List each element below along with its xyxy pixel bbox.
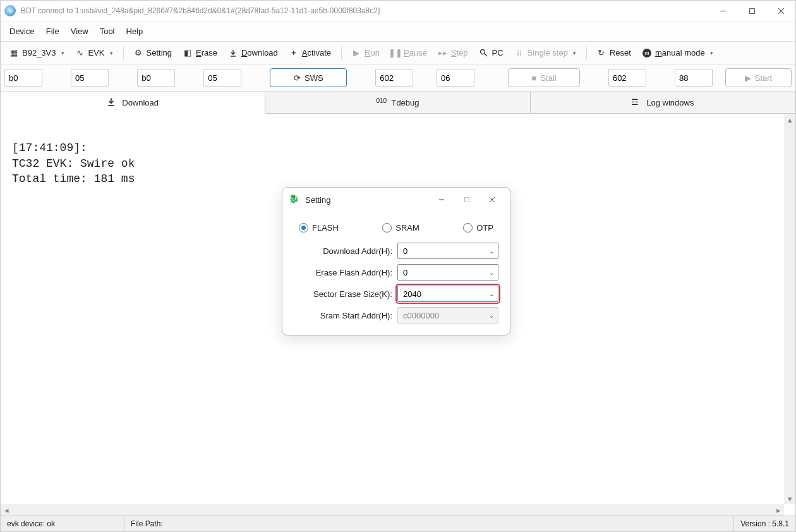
erase-addr-combo[interactable]: ⌄ xyxy=(397,264,498,281)
download-button[interactable]: Download xyxy=(224,45,283,60)
dialog-close-button[interactable] xyxy=(479,191,505,208)
stop-icon: ■ xyxy=(532,73,537,83)
sram-start-combo: ⌄ xyxy=(397,307,498,323)
chip-selector-label: B92_3V3 xyxy=(22,48,56,57)
menu-view[interactable]: View xyxy=(66,24,93,39)
wave-icon: ∿ xyxy=(76,49,85,57)
setting-label: Setting xyxy=(147,48,172,57)
scroll-left-arrow[interactable]: ◂ xyxy=(1,504,12,516)
window-controls xyxy=(708,1,795,21)
board-selector[interactable]: ∿ EVK ▾ xyxy=(71,45,118,60)
svg-point-4 xyxy=(481,50,485,54)
footsteps-icon: ⁞⁞ xyxy=(515,49,524,57)
sync-icon: ⟳ xyxy=(294,73,301,83)
scroll-up-arrow[interactable]: ▴ xyxy=(784,114,795,125)
menu-help[interactable]: Help xyxy=(121,24,148,39)
stall-button[interactable]: ■ Stall xyxy=(508,68,579,87)
tab-tdebug[interactable]: 010 Tdebug xyxy=(265,92,530,113)
refresh-icon: ↻ xyxy=(597,49,606,57)
status-filepath: File Path: xyxy=(124,516,734,531)
toolbar: ▦ B92_3V3 ▾ ∿ EVK ▾ ⚙ Setting ◧ Erase Do… xyxy=(1,42,795,64)
dialog-icon: 🐉 xyxy=(289,194,300,205)
minimize-button[interactable] xyxy=(708,1,737,21)
input-06[interactable] xyxy=(437,69,474,87)
download-addr-input[interactable] xyxy=(402,246,489,257)
maximize-button[interactable] xyxy=(737,1,766,21)
input-602-1[interactable] xyxy=(375,69,413,87)
tab-download[interactable]: Download xyxy=(1,92,265,114)
download-icon xyxy=(229,49,238,57)
setting-dialog: 🐉 Setting FLASH SRAM OTP Download Addr(H… xyxy=(282,187,510,336)
start-button[interactable]: ▶ Start xyxy=(725,68,792,87)
close-button[interactable] xyxy=(766,1,795,21)
memory-type-radios: FLASH SRAM OTP xyxy=(294,219,498,238)
mode-selector[interactable]: m manual mode ▾ xyxy=(637,45,718,60)
chip-selector[interactable]: ▦ B92_3V3 ▾ xyxy=(4,45,69,60)
radio-otp[interactable]: OTP xyxy=(463,223,493,233)
play-icon: ▶ xyxy=(745,73,751,83)
dialog-title: Setting xyxy=(305,195,429,205)
sector-erase-input[interactable] xyxy=(402,289,489,299)
erase-addr-label: Erase Flash Addr(H): xyxy=(294,268,392,277)
single-step-button[interactable]: ⁞⁞ Single step ▾ xyxy=(510,45,581,60)
activate-button[interactable]: + Activate xyxy=(284,45,336,60)
sws-button[interactable]: ⟳ SWS xyxy=(270,68,347,87)
reset-button[interactable]: ↻ Reset xyxy=(592,45,636,60)
horizontal-scrollbar[interactable]: ◂ ▸ xyxy=(1,504,784,516)
download-icon xyxy=(107,97,117,107)
dialog-title-bar: 🐉 Setting xyxy=(282,188,510,212)
input-05-1[interactable] xyxy=(71,69,109,87)
vertical-scrollbar[interactable]: ▴ ▾ xyxy=(784,114,795,504)
radio-sram[interactable]: SRAM xyxy=(382,223,419,233)
dialog-body: FLASH SRAM OTP Download Addr(H): ⌄ Erase… xyxy=(282,212,510,335)
list-icon: ☲ xyxy=(631,97,641,107)
input-602-2[interactable] xyxy=(608,69,646,87)
erase-button[interactable]: ◧ Erase xyxy=(178,45,222,60)
setting-button[interactable]: ⚙ Setting xyxy=(129,45,177,60)
search-icon xyxy=(479,49,488,57)
menu-file[interactable]: File xyxy=(41,24,64,39)
input-b0-2[interactable] xyxy=(137,69,175,87)
pause-icon: ❚❚ xyxy=(391,49,400,57)
radio-flash-label: FLASH xyxy=(312,223,339,233)
activate-label: Activate xyxy=(302,48,331,57)
chevron-down-icon: ⌄ xyxy=(489,248,494,255)
svg-line-5 xyxy=(485,54,487,56)
sector-erase-label: Sector Erase Size(K): xyxy=(294,289,392,299)
pause-button[interactable]: ❚❚ Pause xyxy=(386,45,432,60)
menu-device[interactable]: Device xyxy=(4,24,40,39)
run-button[interactable]: ▶ Run xyxy=(347,45,385,60)
radio-flash[interactable]: FLASH xyxy=(299,223,339,233)
input-05-2[interactable] xyxy=(203,69,241,87)
menu-tool[interactable]: Tool xyxy=(95,24,120,39)
download-label: Download xyxy=(241,48,278,57)
single-step-label: Single step xyxy=(528,48,568,57)
plus-icon: + xyxy=(289,49,298,57)
dialog-minimize-button[interactable] xyxy=(429,191,454,208)
run-label: Run xyxy=(365,48,380,57)
board-selector-label: EVK xyxy=(88,48,105,57)
separator xyxy=(586,46,587,60)
dialog-maximize-button xyxy=(454,191,479,208)
input-b0-1[interactable] xyxy=(4,69,42,87)
eraser-icon: ◧ xyxy=(183,49,192,57)
radio-otp-label: OTP xyxy=(476,223,493,233)
step-label: Step xyxy=(451,48,468,57)
download-addr-combo[interactable]: ⌄ xyxy=(397,243,498,259)
mode-label: manual mode xyxy=(655,48,705,57)
menu-bar: Device File View Tool Help xyxy=(1,21,795,42)
mode-icon: m xyxy=(642,49,651,57)
scroll-down-arrow[interactable]: ▾ xyxy=(784,493,795,504)
sector-erase-combo[interactable]: ⌄ xyxy=(397,286,498,302)
tab-log-windows[interactable]: ☲ Log windows xyxy=(531,92,795,113)
step-button[interactable]: ▸▸ Step xyxy=(433,45,473,60)
sram-start-label: Sram Start Addr(H): xyxy=(294,311,392,320)
sws-label: SWS xyxy=(305,73,323,83)
input-88[interactable] xyxy=(675,69,713,87)
pc-button[interactable]: PC xyxy=(474,45,509,60)
scroll-right-arrow[interactable]: ▸ xyxy=(773,504,784,516)
tab-download-label: Download xyxy=(122,98,159,107)
parameter-row: ⟳ SWS ■ Stall ▶ Start xyxy=(1,64,795,92)
erase-addr-input[interactable] xyxy=(402,267,489,278)
status-device: evk device: ok xyxy=(1,516,124,531)
